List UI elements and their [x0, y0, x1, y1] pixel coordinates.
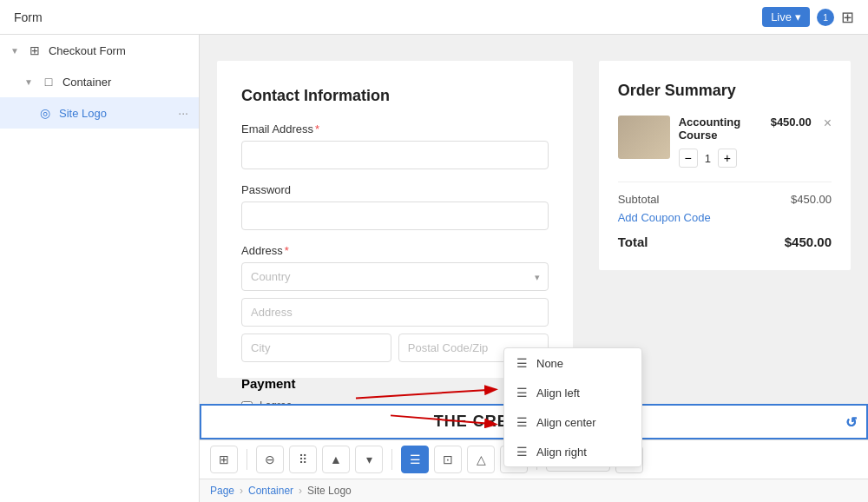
product-name: Accounting Course	[679, 116, 762, 142]
email-label: Email Address *	[241, 122, 549, 135]
address-label: Address *	[241, 244, 549, 257]
site-logo-icon: ◎	[38, 106, 52, 120]
total-row: Total $450.00	[618, 234, 832, 249]
context-menu-align-center[interactable]: ☰ Align center	[504, 407, 641, 437]
top-bar: Form Live ▾ 1 ⊞	[0, 0, 868, 35]
country-select[interactable]: Country	[241, 262, 549, 291]
sidebar-item-checkout-form[interactable]: ▼ ⊞ Checkout Form	[0, 35, 199, 66]
quantity-control: − 1 +	[679, 149, 762, 168]
address-group: Address * Country ▾	[241, 244, 549, 362]
product-image	[618, 116, 670, 159]
quantity-value: 1	[705, 152, 711, 165]
chevron-down-icon: ▼	[10, 46, 19, 56]
form-section: Contact Information Email Address * Pass…	[217, 61, 573, 378]
sidebar-item-label: Checkout Form	[49, 44, 188, 57]
subtotal-value: $450.00	[791, 193, 832, 206]
sidebar-item-label: Container	[62, 76, 188, 89]
notification-badge: 1	[817, 9, 834, 26]
payment-section: Payment I agree You can... Submit	[241, 376, 549, 404]
context-menu-align-left[interactable]: ☰ Align left	[504, 378, 641, 407]
layout-icon[interactable]: ⊞	[210, 446, 238, 473]
align-left-icon: ☰	[516, 386, 528, 400]
city-postal-row	[241, 334, 549, 362]
contact-info-title: Contact Information	[241, 87, 549, 105]
separator	[391, 449, 392, 470]
separator	[247, 449, 247, 470]
chevron-down-icon[interactable]: ▾	[355, 446, 383, 473]
password-label: Password	[241, 183, 549, 196]
password-group: Password	[241, 183, 549, 230]
city-input[interactable]	[241, 334, 391, 362]
align-center-icon: ☰	[516, 415, 528, 429]
context-menu: ☰ None ☰ Align left ☰ Align center ☰ Ali…	[503, 347, 642, 467]
breadcrumb-container[interactable]: Container	[248, 485, 293, 497]
subtotal-label: Subtotal	[618, 193, 660, 206]
content-area: Contact Information Email Address * Pass…	[200, 35, 868, 502]
live-button[interactable]: Live ▾	[762, 7, 810, 27]
order-item-details: Accounting Course − 1 +	[679, 116, 762, 168]
sidebar-item-label: Site Logo	[59, 107, 171, 120]
warning-icon[interactable]: △	[467, 446, 495, 473]
chevron-down-icon: ▼	[24, 77, 33, 87]
minus-circle-icon[interactable]: ⊖	[256, 446, 284, 473]
increase-qty-button[interactable]: +	[718, 149, 737, 168]
context-item-label: None	[536, 357, 563, 370]
email-group: Email Address *	[241, 122, 549, 169]
item-price: $450.00	[771, 116, 812, 129]
refresh-icon[interactable]: ↺	[845, 413, 858, 430]
email-input[interactable]	[241, 141, 549, 169]
context-item-label: Align left	[536, 386, 580, 400]
main-layout: ▼ ⊞ Checkout Form ▼ □ Container ◎ Site L…	[0, 35, 868, 502]
chevron-up-icon[interactable]: ▲	[322, 446, 350, 473]
breadcrumb: Page › Container › Site Logo	[200, 479, 868, 502]
password-input[interactable]	[241, 201, 549, 230]
address-input[interactable]	[241, 298, 549, 327]
required-indicator: *	[315, 122, 319, 135]
container-icon: □	[42, 75, 56, 89]
coupon-link[interactable]: Add Coupon Code	[618, 211, 832, 224]
order-section: Order Summary Accounting Course − 1 + $4…	[599, 61, 851, 270]
breadcrumb-separator: ›	[299, 485, 302, 497]
sidebar-item-site-logo[interactable]: ◎ Site Logo ···	[0, 97, 199, 129]
grid-icon: ⊞	[28, 43, 42, 57]
required-indicator: *	[285, 244, 289, 257]
drag-handle-icon[interactable]: ⠿	[289, 446, 317, 473]
divider	[618, 182, 832, 182]
align-left-active-icon[interactable]: ☰	[401, 446, 429, 473]
subtotal-row: Subtotal $450.00	[618, 193, 832, 206]
order-title: Order Summary	[618, 82, 832, 100]
context-item-label: Align right	[536, 446, 587, 459]
context-item-label: Align center	[536, 416, 596, 429]
country-select-wrapper: Country ▾	[241, 262, 549, 291]
sidebar-item-container[interactable]: ▼ □ Container	[0, 66, 199, 97]
product-image-inner	[618, 116, 670, 159]
close-icon[interactable]: ×	[824, 116, 832, 131]
total-value: $450.00	[785, 234, 832, 249]
decrease-qty-button[interactable]: −	[679, 149, 698, 168]
breadcrumb-page[interactable]: Page	[210, 485, 234, 497]
order-item: Accounting Course − 1 + $450.00 ×	[618, 116, 832, 168]
breadcrumb-site-logo: Site Logo	[307, 485, 352, 497]
more-options-icon[interactable]: ···	[178, 106, 188, 120]
context-menu-none[interactable]: ☰ None	[504, 348, 641, 378]
top-bar-right: Live ▾ 1 ⊞	[762, 7, 854, 27]
page-title: Form	[14, 10, 43, 24]
sidebar: ▼ ⊞ Checkout Form ▼ □ Container ◎ Site L…	[0, 35, 200, 502]
none-icon: ☰	[516, 356, 528, 370]
breadcrumb-separator: ›	[240, 485, 243, 497]
grid-icon[interactable]: ⊞	[841, 8, 854, 27]
align-right-icon: ☰	[516, 445, 528, 459]
crop-icon[interactable]: ⊡	[434, 446, 462, 473]
total-label: Total	[618, 234, 648, 249]
context-menu-align-right[interactable]: ☰ Align right	[504, 437, 641, 466]
payment-title: Payment	[241, 376, 549, 391]
